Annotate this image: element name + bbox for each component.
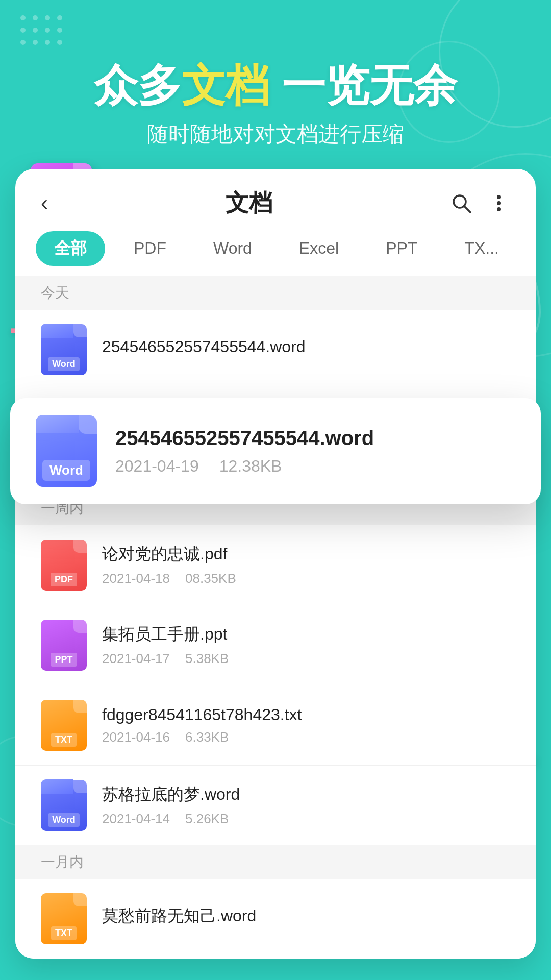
file-icon-ppt-wrapper: PPT bbox=[41, 620, 87, 671]
main-title: 众多文档 一览无余 bbox=[31, 61, 520, 110]
ppt-date: 2021-04-17 bbox=[102, 651, 170, 667]
tab-excel[interactable]: Excel bbox=[281, 233, 357, 264]
pdf-type-badge: PDF bbox=[51, 573, 77, 586]
file-item-ppt[interactable]: PPT 集拓员工手册.ppt 2021-04-17 5.38KB bbox=[15, 605, 536, 685]
word2-file-meta: 2021-04-14 5.26KB bbox=[102, 811, 510, 827]
header-area: 众多文档 一览无余 随时随地对对文档进行压缩 bbox=[0, 0, 551, 169]
pdf-date: 2021-04-18 bbox=[102, 571, 170, 586]
highlighted-file-meta: 2021-04-19 12.38KB bbox=[115, 457, 515, 476]
word2-size: 5.26KB bbox=[185, 811, 229, 827]
file-item-word2[interactable]: Word 苏格拉底的梦.word 2021-04-14 5.26KB bbox=[15, 766, 536, 845]
file-item-pdf[interactable]: PDF 论对党的忠诚.pdf 2021-04-18 08.35KB bbox=[15, 525, 536, 605]
pdf-file-info: 论对党的忠诚.pdf 2021-04-18 08.35KB bbox=[102, 543, 510, 586]
section-today: 今天 bbox=[15, 276, 536, 310]
highlighted-card[interactable]: Word 254546552557455544.word 2021-04-19 … bbox=[10, 398, 541, 504]
file-item-txt[interactable]: TXT fdgger84541165t78h423.txt 2021-04-16… bbox=[15, 685, 536, 766]
ppt-file-meta: 2021-04-17 5.38KB bbox=[102, 651, 510, 667]
file-name: 254546552557455544.word bbox=[102, 337, 510, 356]
highlighted-type-badge: Word bbox=[42, 460, 90, 481]
txt-file-info: fdgger84541165t78h423.txt 2021-04-16 6.3… bbox=[102, 705, 510, 745]
svg-point-3 bbox=[497, 201, 501, 205]
file-list-today: Word 254546552557455544.word bbox=[15, 310, 536, 389]
main-title-highlight: 文档 bbox=[182, 61, 269, 110]
tab-all[interactable]: 全部 bbox=[36, 231, 105, 266]
nav-title: 文档 bbox=[226, 187, 272, 219]
txt-type-badge: TXT bbox=[51, 733, 77, 747]
card-nav: ‹ 文档 bbox=[15, 169, 536, 231]
ppt-file-name: 集拓员工手册.ppt bbox=[102, 623, 510, 646]
svg-point-2 bbox=[497, 195, 501, 199]
pdf-file-meta: 2021-04-18 08.35KB bbox=[102, 571, 510, 586]
file-list-month: TXT 莫愁前路无知己.word bbox=[15, 879, 536, 959]
word2-file-name: 苏格拉底的梦.word bbox=[102, 783, 510, 806]
txt-file-meta: 2021-04-16 6.33KB bbox=[102, 729, 510, 745]
word2-type-badge: Word bbox=[48, 813, 80, 827]
page-root: PPT ＋ 众多文档 一览无余 随时随地对对文档进行压缩 ‹ 文档 bbox=[0, 0, 551, 980]
section-month: 一月内 bbox=[15, 845, 536, 879]
month-file-name: 莫愁前路无知己.word bbox=[102, 905, 510, 927]
month-file-info: 莫愁前路无知己.word bbox=[102, 905, 510, 933]
txt-date: 2021-04-16 bbox=[102, 729, 170, 745]
svg-line-1 bbox=[464, 206, 470, 212]
file-icon-word2-wrapper: Word bbox=[41, 780, 87, 831]
svg-point-4 bbox=[497, 207, 501, 211]
txt-file-name: fdgger84541165t78h423.txt bbox=[102, 705, 510, 724]
more-icon[interactable] bbox=[488, 192, 510, 214]
main-title-prefix: 众多 bbox=[94, 61, 182, 110]
file-icon-txt-wrapper: TXT bbox=[41, 700, 87, 751]
file-icon-word: Word bbox=[41, 324, 87, 375]
pdf-size: 08.35KB bbox=[185, 571, 236, 586]
highlighted-date: 2021-04-19 bbox=[115, 457, 199, 476]
highlighted-file-icon: Word bbox=[36, 415, 97, 487]
highlighted-info: 254546552557455544.word 2021-04-19 12.38… bbox=[115, 427, 515, 476]
ppt-type-badge: PPT bbox=[51, 653, 77, 667]
back-button[interactable]: ‹ bbox=[41, 191, 48, 215]
nav-actions bbox=[450, 192, 510, 214]
tab-ppt[interactable]: PPT bbox=[367, 233, 436, 264]
month-type-badge: TXT bbox=[51, 926, 77, 940]
file-icon-month-wrapper: TXT bbox=[41, 893, 87, 944]
tab-pdf[interactable]: PDF bbox=[115, 233, 185, 264]
filter-tabs: 全部 PDF Word Excel PPT TX... bbox=[15, 231, 536, 276]
file-icon-pdf-wrapper: PDF bbox=[41, 540, 87, 591]
main-card: ‹ 文档 全部 PDF Word Excel PPT TX... bbox=[15, 169, 536, 959]
file-list-week: PDF 论对党的忠诚.pdf 2021-04-18 08.35KB PPT bbox=[15, 525, 536, 845]
ppt-file-info: 集拓员工手册.ppt 2021-04-17 5.38KB bbox=[102, 623, 510, 667]
tab-word[interactable]: Word bbox=[195, 233, 270, 264]
tab-txt[interactable]: TX... bbox=[446, 233, 517, 264]
highlighted-file-name: 254546552557455544.word bbox=[115, 427, 515, 450]
search-icon[interactable] bbox=[450, 192, 472, 214]
word2-date: 2021-04-14 bbox=[102, 811, 170, 827]
file-item-month-1[interactable]: TXT 莫愁前路无知己.word bbox=[15, 879, 536, 959]
txt-size: 6.33KB bbox=[185, 729, 229, 745]
word2-file-info: 苏格拉底的梦.word 2021-04-14 5.26KB bbox=[102, 783, 510, 827]
ppt-size: 5.38KB bbox=[185, 651, 229, 667]
file-item-today-1[interactable]: Word 254546552557455544.word bbox=[15, 310, 536, 389]
highlighted-size: 12.38KB bbox=[219, 457, 282, 476]
file-type-badge: Word bbox=[48, 357, 80, 371]
file-info: 254546552557455544.word bbox=[102, 337, 510, 361]
subtitle: 随时随地对对文档进行压缩 bbox=[31, 120, 520, 149]
pdf-file-name: 论对党的忠诚.pdf bbox=[102, 543, 510, 566]
